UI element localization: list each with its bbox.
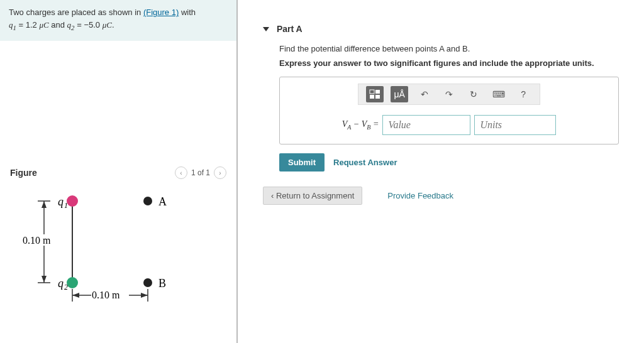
- figure-prev-button[interactable]: ‹: [175, 166, 187, 179]
- svg-text:A: A: [158, 195, 167, 208]
- question-text: Find the potential difference between po…: [279, 44, 631, 53]
- templates-button[interactable]: [366, 86, 384, 102]
- svg-rect-26: [375, 90, 380, 94]
- problem-prefix: Two charges are placed as shown in: [9, 8, 143, 17]
- svg-text:B: B: [158, 277, 166, 290]
- figure-canvas: q 1 q 2 0.10 m 0.10 m A B: [13, 185, 230, 330]
- part-title: Part A: [277, 24, 303, 34]
- svg-text:q: q: [58, 277, 64, 290]
- chevron-left-icon: ‹: [271, 191, 276, 200]
- value-input[interactable]: [382, 115, 470, 135]
- units-input[interactable]: [474, 115, 556, 135]
- svg-marker-11: [42, 276, 47, 283]
- problem-suffix: with: [181, 8, 196, 17]
- svg-rect-28: [375, 95, 380, 99]
- svg-marker-10: [42, 201, 47, 208]
- redo-button[interactable]: ↷: [440, 86, 458, 102]
- part-header[interactable]: Part A: [263, 24, 631, 34]
- svg-point-2: [67, 277, 78, 288]
- request-answer-link[interactable]: Request Answer: [333, 158, 397, 167]
- return-to-assignment-button[interactable]: ‹ Return to Assignment: [263, 187, 362, 205]
- provide-feedback-link[interactable]: Provide Feedback: [387, 191, 453, 200]
- svg-text:1: 1: [64, 201, 68, 210]
- equation-label: VA − VB =: [342, 119, 379, 131]
- figure-pager: ‹ 1 of 1 ›: [175, 166, 226, 179]
- figure-heading: Figure: [10, 168, 37, 178]
- svg-text:0.10 m: 0.10 m: [23, 235, 51, 246]
- special-chars-button[interactable]: μÅ: [391, 86, 408, 102]
- keyboard-button[interactable]: ⌨: [490, 86, 508, 102]
- q2-value: −5.0: [84, 20, 100, 30]
- figure-pager-text: 1 of 1: [191, 168, 210, 177]
- reset-button[interactable]: ↻: [465, 86, 482, 102]
- svg-text:2: 2: [64, 283, 68, 291]
- submit-button[interactable]: Submit: [279, 153, 325, 172]
- problem-statement: Two charges are placed as shown in (Figu…: [0, 0, 236, 41]
- collapse-caret-icon: [263, 27, 269, 31]
- svg-rect-27: [370, 95, 374, 99]
- figure-next-button[interactable]: ›: [214, 166, 226, 179]
- svg-point-23: [143, 278, 152, 287]
- svg-text:0.10 m: 0.10 m: [92, 290, 120, 300]
- instruction-text: Express your answer to two significant f…: [279, 58, 631, 68]
- answer-panel: μÅ ↶ ↷ ↻ ⌨ ? VA − VB =: [279, 77, 619, 144]
- svg-marker-18: [141, 293, 148, 298]
- undo-button[interactable]: ↶: [416, 86, 433, 102]
- q1-value: 1.2: [26, 20, 37, 30]
- figure-link[interactable]: (Figure 1): [143, 8, 179, 17]
- help-button[interactable]: ?: [514, 86, 532, 102]
- svg-text:q: q: [58, 195, 64, 208]
- svg-rect-25: [370, 90, 374, 94]
- svg-point-21: [143, 197, 152, 205]
- formula-toolbar: μÅ ↶ ↷ ↻ ⌨ ?: [358, 84, 540, 105]
- svg-marker-17: [72, 293, 79, 298]
- svg-point-1: [67, 195, 78, 207]
